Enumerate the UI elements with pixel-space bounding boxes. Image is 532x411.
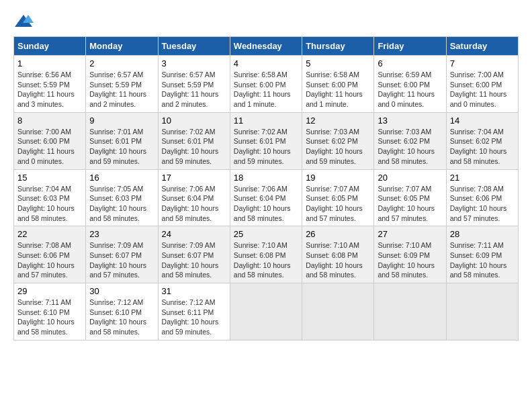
day-number: 22 (17, 229, 82, 239)
col-header-thursday: Thursday (302, 37, 374, 56)
day-number: 1 (17, 58, 82, 68)
calendar-cell: 25Sunrise: 7:10 AMSunset: 6:08 PMDayligh… (230, 226, 302, 283)
day-info: Sunrise: 6:58 AMSunset: 6:00 PMDaylight:… (234, 70, 298, 109)
day-number: 21 (450, 173, 515, 183)
calendar-cell: 3Sunrise: 6:57 AMSunset: 5:59 PMDaylight… (158, 56, 230, 113)
calendar-cell: 27Sunrise: 7:10 AMSunset: 6:09 PMDayligh… (374, 226, 446, 283)
day-info: Sunrise: 7:08 AMSunset: 6:06 PMDaylight:… (17, 240, 82, 280)
calendar-cell: 31Sunrise: 7:12 AMSunset: 6:11 PMDayligh… (158, 283, 230, 340)
calendar-week-row: 15Sunrise: 7:04 AMSunset: 6:03 PMDayligh… (14, 169, 519, 226)
day-info: Sunrise: 7:03 AMSunset: 6:02 PMDaylight:… (378, 127, 442, 167)
day-number: 17 (162, 173, 226, 183)
day-number: 10 (162, 116, 226, 126)
day-number: 14 (450, 116, 515, 126)
day-number: 15 (17, 173, 82, 183)
day-info: Sunrise: 7:04 AMSunset: 6:03 PMDaylight:… (17, 184, 82, 224)
day-info: Sunrise: 7:10 AMSunset: 6:08 PMDaylight:… (306, 240, 370, 280)
logo-icon (13, 13, 34, 30)
calendar-cell (230, 283, 302, 340)
calendar-cell: 6Sunrise: 6:59 AMSunset: 6:00 PMDaylight… (374, 56, 446, 113)
calendar-header-row: SundayMondayTuesdayWednesdayThursdayFrid… (14, 37, 519, 56)
calendar-cell: 29Sunrise: 7:11 AMSunset: 6:10 PMDayligh… (14, 283, 86, 340)
day-info: Sunrise: 7:08 AMSunset: 6:06 PMDaylight:… (450, 184, 515, 224)
calendar-cell: 24Sunrise: 7:09 AMSunset: 6:07 PMDayligh… (158, 226, 230, 283)
col-header-saturday: Saturday (446, 37, 518, 56)
day-info: Sunrise: 7:02 AMSunset: 6:01 PMDaylight:… (234, 127, 298, 167)
col-header-monday: Monday (86, 37, 158, 56)
day-number: 28 (450, 229, 515, 239)
day-info: Sunrise: 7:01 AMSunset: 6:01 PMDaylight:… (89, 127, 154, 167)
day-info: Sunrise: 7:07 AMSunset: 6:05 PMDaylight:… (378, 184, 442, 224)
calendar-cell: 13Sunrise: 7:03 AMSunset: 6:02 PMDayligh… (374, 112, 446, 169)
day-info: Sunrise: 6:57 AMSunset: 5:59 PMDaylight:… (89, 70, 154, 109)
calendar-week-row: 22Sunrise: 7:08 AMSunset: 6:06 PMDayligh… (14, 226, 519, 283)
day-number: 2 (89, 58, 154, 68)
calendar-cell: 28Sunrise: 7:11 AMSunset: 6:09 PMDayligh… (446, 226, 518, 283)
calendar-cell: 14Sunrise: 7:04 AMSunset: 6:02 PMDayligh… (446, 112, 518, 169)
day-info: Sunrise: 7:11 AMSunset: 6:09 PMDaylight:… (450, 240, 515, 280)
day-number: 11 (234, 116, 298, 126)
day-number: 13 (378, 116, 442, 126)
day-number: 24 (162, 229, 226, 239)
day-info: Sunrise: 7:07 AMSunset: 6:05 PMDaylight:… (306, 184, 370, 224)
day-info: Sunrise: 7:12 AMSunset: 6:11 PMDaylight:… (162, 298, 226, 337)
day-number: 8 (17, 116, 82, 126)
calendar-cell: 18Sunrise: 7:06 AMSunset: 6:04 PMDayligh… (230, 169, 302, 226)
calendar-cell: 4Sunrise: 6:58 AMSunset: 6:00 PMDaylight… (230, 56, 302, 113)
day-number: 12 (306, 116, 370, 126)
col-header-tuesday: Tuesday (158, 37, 230, 56)
day-info: Sunrise: 6:56 AMSunset: 5:59 PMDaylight:… (17, 70, 82, 109)
calendar-cell: 9Sunrise: 7:01 AMSunset: 6:01 PMDaylight… (86, 112, 158, 169)
day-info: Sunrise: 7:06 AMSunset: 6:04 PMDaylight:… (234, 184, 298, 224)
calendar-body: 1Sunrise: 6:56 AMSunset: 5:59 PMDaylight… (14, 56, 519, 340)
calendar-cell: 19Sunrise: 7:07 AMSunset: 6:05 PMDayligh… (302, 169, 374, 226)
calendar-cell: 23Sunrise: 7:09 AMSunset: 6:07 PMDayligh… (86, 226, 158, 283)
calendar-cell: 16Sunrise: 7:05 AMSunset: 6:03 PMDayligh… (86, 169, 158, 226)
calendar-cell: 26Sunrise: 7:10 AMSunset: 6:08 PMDayligh… (302, 226, 374, 283)
calendar-cell: 22Sunrise: 7:08 AMSunset: 6:06 PMDayligh… (14, 226, 86, 283)
calendar-cell: 1Sunrise: 6:56 AMSunset: 5:59 PMDaylight… (14, 56, 86, 113)
page-header (13, 13, 519, 30)
day-info: Sunrise: 7:12 AMSunset: 6:10 PMDaylight:… (89, 298, 154, 337)
calendar-cell: 20Sunrise: 7:07 AMSunset: 6:05 PMDayligh… (374, 169, 446, 226)
calendar-cell: 17Sunrise: 7:06 AMSunset: 6:04 PMDayligh… (158, 169, 230, 226)
calendar-table: SundayMondayTuesdayWednesdayThursdayFrid… (13, 36, 519, 340)
calendar-week-row: 1Sunrise: 6:56 AMSunset: 5:59 PMDaylight… (14, 56, 519, 113)
day-number: 19 (306, 173, 370, 183)
day-info: Sunrise: 6:58 AMSunset: 6:00 PMDaylight:… (306, 70, 370, 109)
calendar-cell: 10Sunrise: 7:02 AMSunset: 6:01 PMDayligh… (158, 112, 230, 169)
day-number: 25 (234, 229, 298, 239)
calendar-cell: 5Sunrise: 6:58 AMSunset: 6:00 PMDaylight… (302, 56, 374, 113)
calendar-cell: 21Sunrise: 7:08 AMSunset: 6:06 PMDayligh… (446, 169, 518, 226)
calendar-cell (446, 283, 518, 340)
day-number: 30 (89, 286, 154, 296)
col-header-wednesday: Wednesday (230, 37, 302, 56)
day-info: Sunrise: 7:10 AMSunset: 6:08 PMDaylight:… (234, 240, 298, 280)
col-header-sunday: Sunday (14, 37, 86, 56)
calendar-cell: 11Sunrise: 7:02 AMSunset: 6:01 PMDayligh… (230, 112, 302, 169)
day-number: 31 (162, 286, 226, 296)
day-info: Sunrise: 7:03 AMSunset: 6:02 PMDaylight:… (306, 127, 370, 167)
day-info: Sunrise: 7:09 AMSunset: 6:07 PMDaylight:… (89, 240, 154, 280)
day-number: 29 (17, 286, 82, 296)
day-info: Sunrise: 7:00 AMSunset: 6:00 PMDaylight:… (450, 70, 515, 109)
day-number: 16 (89, 173, 154, 183)
calendar-cell: 12Sunrise: 7:03 AMSunset: 6:02 PMDayligh… (302, 112, 374, 169)
day-info: Sunrise: 7:10 AMSunset: 6:09 PMDaylight:… (378, 240, 442, 280)
day-number: 7 (450, 58, 515, 68)
calendar-week-row: 8Sunrise: 7:00 AMSunset: 6:00 PMDaylight… (14, 112, 519, 169)
logo (13, 13, 35, 30)
day-info: Sunrise: 7:02 AMSunset: 6:01 PMDaylight:… (162, 127, 226, 167)
day-info: Sunrise: 7:11 AMSunset: 6:10 PMDaylight:… (17, 298, 82, 337)
calendar-cell: 2Sunrise: 6:57 AMSunset: 5:59 PMDaylight… (86, 56, 158, 113)
day-info: Sunrise: 7:00 AMSunset: 6:00 PMDaylight:… (17, 127, 82, 167)
day-info: Sunrise: 6:57 AMSunset: 5:59 PMDaylight:… (162, 70, 226, 109)
calendar-cell: 15Sunrise: 7:04 AMSunset: 6:03 PMDayligh… (14, 169, 86, 226)
day-number: 18 (234, 173, 298, 183)
day-info: Sunrise: 7:05 AMSunset: 6:03 PMDaylight:… (89, 184, 154, 224)
day-info: Sunrise: 6:59 AMSunset: 6:00 PMDaylight:… (378, 70, 442, 109)
day-number: 20 (378, 173, 442, 183)
day-number: 5 (306, 58, 370, 68)
calendar-cell: 30Sunrise: 7:12 AMSunset: 6:10 PMDayligh… (86, 283, 158, 340)
day-number: 3 (162, 58, 226, 68)
